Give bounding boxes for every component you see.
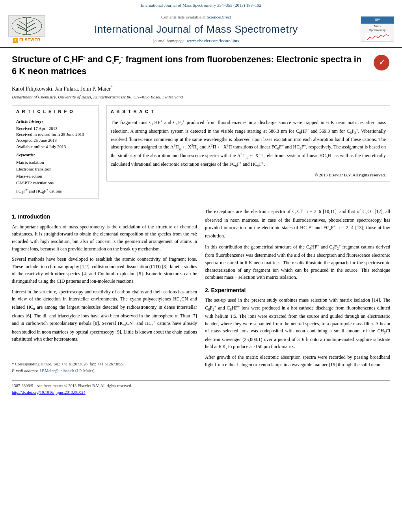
body-columns: 1. Introduction An important application… — [12, 208, 390, 374]
sciencedirect-link[interactable]: ScienceDirect — [207, 15, 231, 19]
accepted-date: Accepted 25 June 2013 — [16, 137, 94, 143]
elsevier-name-text: ELSEVIER — [19, 37, 40, 43]
received-date: Received 17 April 2013 — [16, 126, 94, 132]
article-footer: 1387-3806/$ – see front matter © 2013 El… — [12, 380, 390, 398]
keyword-2: Electronic transition — [16, 166, 94, 173]
journal-reference-text: International Journal of Mass Spectromet… — [141, 3, 261, 7]
issn-line: 1387-3806/$ – see front matter © 2013 El… — [12, 383, 390, 389]
affiliation-line: Department of Chemistry, University of B… — [12, 94, 390, 100]
journal-title-area: Contents lists available at ScienceDirec… — [45, 14, 347, 44]
body-right-column: The exceptions are the electronic spectr… — [205, 208, 390, 374]
keywords-label: Keywords: — [16, 152, 94, 158]
available-date: Available online 4 July 2013 — [16, 144, 94, 150]
email-link[interactable]: J.P.Maier@unibas.ch — [39, 369, 74, 373]
homepage-label: journal homepage: — [153, 38, 186, 43]
history-label: Article history: — [16, 119, 94, 124]
badge-text: MassSpectrometry — [368, 24, 387, 33]
abstract-column: A B S T R A C T The fragment ions C6HF+ … — [106, 105, 390, 204]
main-content: Structure of C6HF+ and C6F2+ fragment io… — [0, 48, 402, 381]
elsevier-name-area: E ELSEVIER — [13, 37, 41, 43]
info-abstract-columns: A R T I C L E I N F O Article history: R… — [12, 105, 390, 204]
keyword-5: FC6F+ and HC6F+ cations — [16, 187, 94, 195]
article-info-column: A R T I C L E I N F O Article history: R… — [12, 105, 99, 204]
footnote-area: * Corresponding author. Tel.: +41 612673… — [12, 359, 197, 374]
article-info-box: A R T I C L E I N F O Article history: R… — [12, 105, 99, 199]
elsevier-label: E — [13, 38, 18, 43]
journal-title: International Journal of Mass Spectromet… — [45, 22, 347, 36]
article-title: Structure of C6HF+ and C6F2+ fragment io… — [12, 54, 372, 77]
keyword-3: Mass-selection — [16, 173, 94, 180]
keywords-section: Keywords: Matrix isolation Electronic tr… — [16, 152, 94, 195]
abstract-text: The fragment ions C6HF+ and C6F2+ produc… — [111, 119, 386, 169]
elsevier-logo-image — [8, 15, 45, 37]
intro-paragraph-1: An important application of mass spectro… — [12, 223, 197, 252]
article-title-section: Structure of C6HF+ and C6F2+ fragment io… — [12, 54, 390, 81]
doi-line: http://dx.doi.org/10.1016/j.ijms.2013.06… — [12, 390, 390, 396]
svg-text:✓: ✓ — [378, 59, 384, 67]
crossmark-circle: ✓ — [374, 55, 389, 70]
crossmark-badge[interactable]: ✓ — [372, 54, 390, 72]
journal-badge-area: MassSpectrometry — [347, 16, 394, 42]
experimental-paragraph-2: After growth of the matrix electronic ab… — [205, 354, 390, 368]
article-info-title: A R T I C L E I N F O — [16, 109, 94, 116]
corresponding-note: * Corresponding author. Tel.: +41 612673… — [12, 361, 197, 367]
page-container: International Journal of Mass Spectromet… — [0, 0, 402, 398]
intro-right-paragraph-2: In this contribution the geometrical str… — [205, 243, 390, 281]
experimental-paragraph-1: The set-up used in the present study com… — [205, 297, 390, 350]
badge-icon — [374, 17, 381, 23]
keyword-4: CASPT2 calculations — [16, 180, 94, 187]
intro-paragraph-2: Several methods have been developed to e… — [12, 256, 197, 285]
journal-badge: MassSpectrometry — [361, 16, 394, 42]
authors-line: Karol Filipkowski, Jan Fulara, John P. M… — [12, 84, 390, 93]
badge-top — [361, 17, 394, 24]
intro-paragraph-3: Interest in the structure, spectroscopy … — [12, 288, 197, 343]
badge-graph — [364, 33, 391, 42]
section-2-title: 2. Experimental — [205, 287, 390, 295]
keyword-1: Matrix isolation — [16, 159, 94, 166]
elsevier-logo-area: E ELSEVIER — [8, 15, 45, 43]
journal-homepage-area: journal homepage: www.elsevier.com/locat… — [45, 38, 347, 44]
elsevier-tree-svg — [9, 16, 45, 36]
section-1-title: 1. Introduction — [12, 213, 197, 221]
journal-header: E ELSEVIER Contents lists available at S… — [0, 10, 402, 48]
copyright-text: © 2013 Elsevier B.V. All rights reserved… — [111, 172, 386, 178]
body-left-column: 1. Introduction An important application… — [12, 208, 197, 374]
email-line: E-mail address: J.P.Maier@unibas.ch (J.P… — [12, 368, 197, 374]
crossmark-svg: ✓ — [375, 56, 388, 69]
contents-link-area: Contents lists available at ScienceDirec… — [45, 14, 347, 20]
intro-right-paragraph-1: The exceptions are the electronic spectr… — [205, 208, 390, 240]
doi-link[interactable]: http://dx.doi.org/10.1016/j.ijms.2013.06… — [12, 390, 86, 395]
journal-url[interactable]: www.elsevier.com/locate/ijms — [187, 38, 239, 43]
abstract-title: A B S T R A C T — [111, 109, 386, 116]
journal-reference-bar: International Journal of Mass Spectromet… — [0, 0, 402, 10]
contents-text: Contents lists available at — [161, 15, 206, 19]
abstract-box: A B S T R A C T The fragment ions C6HF+ … — [106, 105, 390, 182]
received-revised-date: Received in revised form 25 June 2013 — [16, 132, 94, 137]
